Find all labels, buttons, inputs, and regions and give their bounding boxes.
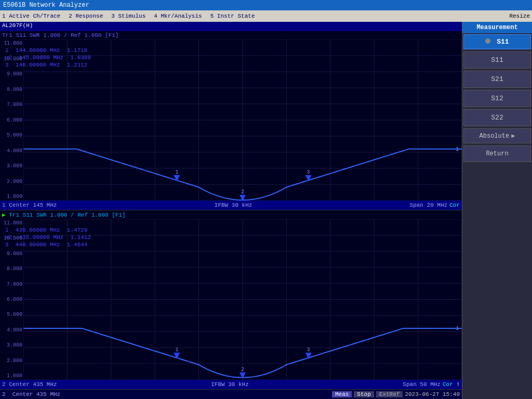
s11-active-btn: S11 [463, 34, 531, 49]
active-dot [485, 38, 490, 44]
menu-item-1[interactable]: 1 Active Ch/Trace [2, 13, 60, 19]
s22-button[interactable]: S22 [463, 109, 531, 126]
bottom-channel-info: 2 Center 435 MHz [2, 391, 60, 397]
channel2-cor: Cor [443, 381, 453, 388]
menu-item-2[interactable]: 2 Response [69, 13, 103, 19]
graph-container-2: 11.000 10.000 9.000 8.000 7.000 6.000 5.… [0, 219, 462, 380]
bottom-datetime: 2023-06-27 15:40 [405, 391, 460, 397]
resize-button[interactable]: Resize [509, 13, 530, 19]
bottom-extref-btn: ExtRef [376, 391, 403, 397]
absolute-button[interactable]: Absolute ▶ [463, 128, 531, 143]
channel2-span: Span 50 MHz [403, 381, 441, 388]
menu-item-5[interactable]: 5 Instr State [210, 13, 255, 19]
channel2-number: 2 [2, 381, 6, 388]
channel1-label: AL207F(H) [0, 22, 462, 31]
graph-container-1: 11.000 10.000 9.000 8.000 7.000 6.000 5.… [0, 39, 462, 201]
s21-button[interactable]: S21 [463, 71, 531, 88]
main-layout: AL207F(H) Tr1 S11 SWR 1.000 / Ref 1.000 … [0, 22, 532, 399]
menu-bar: 1 Active Ch/Trace 2 Response 3 Stimulus … [0, 10, 532, 22]
bottom-status-bar: 2 Center 435 MHz Meas Stop ExtRef 2023-0… [0, 390, 462, 399]
status-bar-1: 1 Center 145 MHz IFBW 30 kHz Span 20 MHz… [0, 201, 462, 210]
right-panel: Measurement S11 S11 S21 S12 S22 Absolute… [462, 22, 532, 399]
trace-panel-1: Tr1 S11 SWR 1.000 / Ref 1.000 [F1] 11.00… [0, 31, 462, 210]
menu-item-4[interactable]: 4 Mkr/Analysis [154, 13, 202, 19]
channel1-span: Span 20 MHz [410, 202, 448, 208]
channel1-number: 1 [2, 202, 6, 208]
marker-info-1: 1 144.00000 MHz 1.1718 >2 145.00000 MHz … [5, 47, 91, 69]
s12-button[interactable]: S12 [463, 90, 531, 107]
title-label: E5061B Network Analyzer [3, 2, 89, 9]
channel2-ifbw: IFBW 30 kHz [57, 381, 403, 388]
channel1-ifbw: IFBW 30 kHz [57, 202, 410, 208]
trace-panel-2: ▶ Tr1 S11 SWR 1.000 / Ref 1.000 [F1] 11.… [0, 210, 462, 390]
title-bar: E5061B Network Analyzer [0, 0, 532, 10]
marker-info-2: 1 430.00000 MHz 1.4729 >2 435.00000 MHz … [5, 227, 91, 248]
trace-header-1: Tr1 S11 SWR 1.000 / Ref 1.000 [F1] [0, 31, 462, 39]
channel2-center: Center 435 MHz [9, 381, 57, 388]
channel1-cor: Cor [449, 202, 460, 208]
measurement-title: Measurement [462, 22, 532, 33]
channel1-center: Center 145 MHz [9, 202, 57, 208]
absolute-arrow-icon: ▶ [511, 132, 515, 140]
s11-button[interactable]: S11 [463, 51, 531, 69]
trace-header-2: ▶ Tr1 S11 SWR 1.000 / Ref 1.000 [F1] [0, 210, 462, 219]
status-bar-2: 2 Center 435 MHz IFBW 30 kHz Span 50 MHz… [0, 380, 462, 389]
bottom-meas-btn[interactable]: Meas [332, 391, 352, 397]
return-button[interactable]: Return [463, 145, 531, 162]
chart-area: AL207F(H) Tr1 S11 SWR 1.000 / Ref 1.000 … [0, 22, 462, 399]
menu-item-3[interactable]: 3 Stimulus [111, 13, 145, 19]
bottom-stop-btn[interactable]: Stop [354, 391, 374, 397]
